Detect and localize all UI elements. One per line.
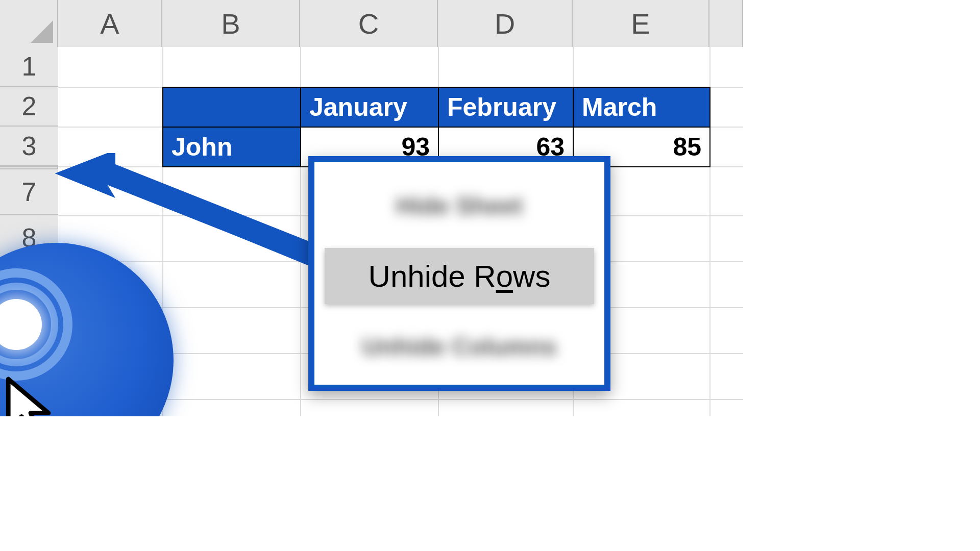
cell-B2[interactable] [162,87,301,128]
menu-item-hide-sheet[interactable]: Hide Sheet [323,178,596,234]
column-header-C[interactable]: C [300,0,438,47]
row-header-3[interactable]: 3 [0,127,58,166]
row-header-2[interactable]: 2 [0,87,58,127]
target-rings-icon [0,268,72,381]
column-header-B[interactable]: B [162,0,300,47]
cell-D2-february[interactable]: February [438,87,574,128]
column-header-row: A B C D E [0,0,743,47]
select-all-triangle-icon [31,20,53,43]
menu-item-unhide-columns[interactable]: Unhide Columns [323,318,596,374]
context-menu: Hide Sheet Unhide Rows Unhide Columns [308,156,610,391]
column-header-E[interactable]: E [573,0,709,47]
menu-item-label-pre: Unhide R [369,259,496,294]
row-header-7[interactable]: 7 [0,169,58,215]
menu-item-accelerator: o [496,259,513,294]
column-header-partial[interactable] [709,0,743,47]
cell-E2-march[interactable]: March [573,87,710,128]
cursor-icon [0,375,61,416]
menu-item-unhide-rows[interactable]: Unhide Rows [325,248,594,304]
spreadsheet-stage: A B C D E 1 2 3 7 8 [0,0,743,416]
select-all-corner[interactable] [0,0,58,47]
row-header-1[interactable]: 1 [0,47,58,87]
column-header-D[interactable]: D [438,0,573,47]
column-header-A[interactable]: A [58,0,162,47]
menu-item-label-post: ws [513,259,550,294]
cell-C2-january[interactable]: January [300,87,439,128]
cell-B3-name[interactable]: John [162,127,301,167]
